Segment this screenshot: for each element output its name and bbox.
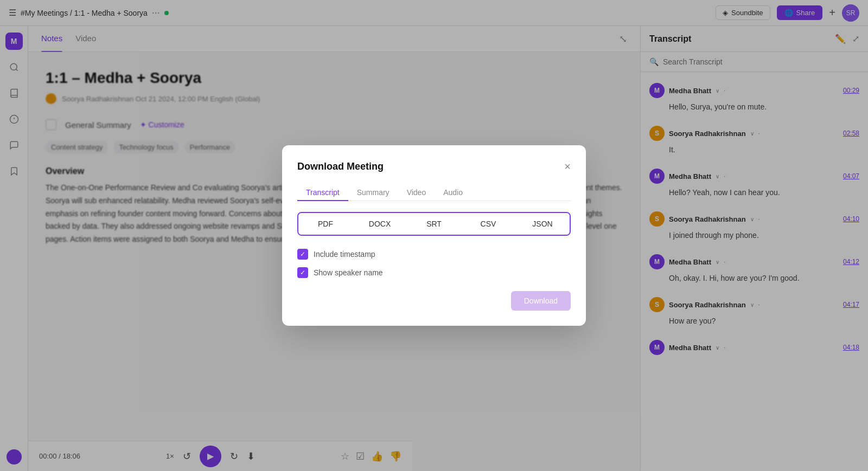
checkbox-timestamp-icon[interactable]: ✓ xyxy=(297,249,308,260)
modal-close-button[interactable]: × xyxy=(564,160,571,173)
format-options: PDF DOCX SRT CSV JSON xyxy=(297,212,571,236)
modal-title: Download Meeting xyxy=(297,161,384,172)
modal-tab-summary[interactable]: Summary xyxy=(348,184,398,201)
modal-tab-video[interactable]: Video xyxy=(398,184,435,201)
modal-header: Download Meeting × xyxy=(297,160,571,173)
checkbox-speaker-icon[interactable]: ✓ xyxy=(297,267,308,278)
modal-tab-audio[interactable]: Audio xyxy=(435,184,471,201)
checkbox-speaker-label: Show speaker name xyxy=(314,268,383,277)
download-meeting-modal: Download Meeting × Transcript Summary Vi… xyxy=(282,145,586,326)
checkbox-row-timestamp: ✓ Include timestamp xyxy=(297,249,571,260)
format-pdf-button[interactable]: PDF xyxy=(298,213,353,235)
format-csv-button[interactable]: CSV xyxy=(461,213,515,235)
modal-tab-transcript[interactable]: Transcript xyxy=(297,184,348,201)
format-json-button[interactable]: JSON xyxy=(515,213,570,235)
modal-footer: Download xyxy=(297,291,571,311)
checkbox-row-speaker: ✓ Show speaker name xyxy=(297,267,571,278)
modal-tabs: Transcript Summary Video Audio xyxy=(297,184,571,201)
format-srt-button[interactable]: SRT xyxy=(407,213,461,235)
download-button[interactable]: Download xyxy=(511,291,571,311)
modal-overlay[interactable]: Download Meeting × Transcript Summary Vi… xyxy=(0,0,868,471)
modal-checkboxes: ✓ Include timestamp ✓ Show speaker name xyxy=(297,249,571,278)
format-docx-button[interactable]: DOCX xyxy=(353,213,407,235)
checkbox-timestamp-label: Include timestamp xyxy=(314,250,375,259)
